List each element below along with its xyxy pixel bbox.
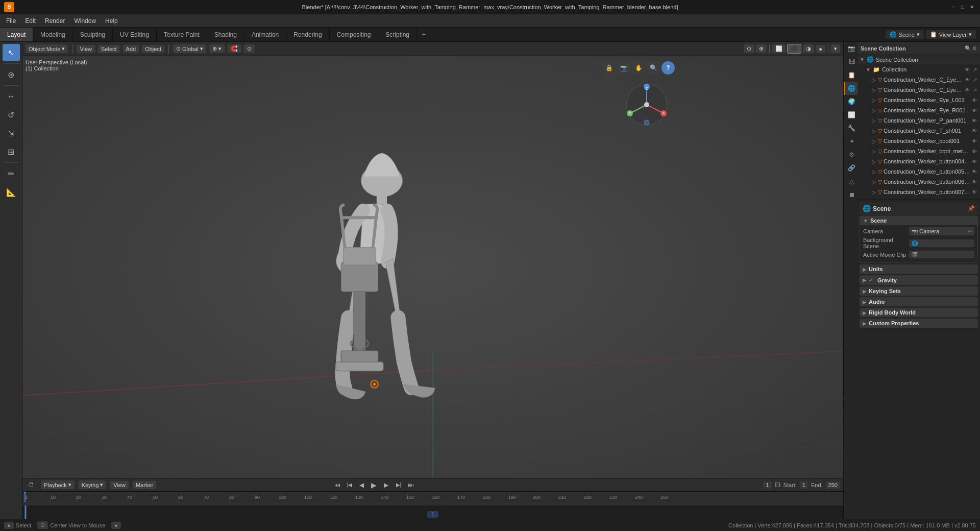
menu-help[interactable]: Help	[101, 16, 122, 26]
gravity-section[interactable]: ▶ ✓ Gravity	[860, 275, 978, 285]
tab-uv-editing[interactable]: UV Editing	[113, 28, 157, 41]
scale-tool[interactable]: ⇲	[3, 125, 20, 142]
prop-tab-output[interactable]: 🎞	[844, 55, 858, 68]
units-section[interactable]: ▶ Units	[860, 264, 978, 274]
marker-menu[interactable]: Marker	[133, 481, 156, 489]
viewport-extras[interactable]: ▾	[831, 44, 840, 53]
audio-section[interactable]: ▶ Audio	[860, 297, 978, 306]
collection-select[interactable]: ↗	[972, 66, 978, 73]
camera-value[interactable]: 📷 Camera ✏	[909, 227, 974, 235]
snapping-toggle[interactable]: 🧲	[228, 44, 241, 53]
prop-pin-btn[interactable]: 📌	[968, 205, 975, 212]
outliner-item-11[interactable]: ▷ ▽ Construction_Worker_button007_pivot …	[857, 187, 980, 197]
transform-orientations[interactable]: ⊙ Global ▾	[173, 44, 206, 53]
cursor-tool[interactable]: ⊕	[3, 66, 20, 83]
prop-tab-data[interactable]: △	[844, 175, 858, 188]
viewport-shading-wireframe[interactable]: ⬜	[772, 44, 786, 53]
prop-tab-render[interactable]: 📷	[844, 42, 858, 55]
viewport-hand-btn[interactable]: ✋	[632, 61, 645, 75]
prev-frame-button[interactable]: ◀	[356, 479, 368, 491]
camera-edit-icon[interactable]: ✏	[968, 229, 972, 234]
menu-window[interactable]: Window	[70, 16, 100, 26]
prop-tab-object[interactable]: ⬜	[844, 108, 858, 122]
close-button[interactable]: ✕	[968, 3, 976, 11]
keying-menu[interactable]: Keying ▾	[79, 480, 107, 489]
gravity-checkbox[interactable]: ✓	[869, 277, 873, 283]
visibility-7[interactable]: 👁	[971, 148, 978, 155]
rotate-tool[interactable]: ↺	[3, 106, 20, 124]
visibility-11[interactable]: 👁	[971, 189, 978, 196]
outliner-item-7[interactable]: ▷ ▽ Construction_Worker_boot_met001 👁	[857, 146, 980, 156]
measure-tool[interactable]: 📐	[3, 183, 20, 201]
add-menu[interactable]: Add	[123, 45, 139, 53]
timeline-content[interactable]: 1	[22, 505, 843, 519]
viewport-help-btn[interactable]: ?	[662, 61, 675, 75]
prop-tab-world[interactable]: 🌍	[844, 95, 858, 108]
next-keyframe-button[interactable]: ▶|	[393, 479, 404, 491]
menu-edit[interactable]: Edit	[21, 16, 40, 26]
visibility-5[interactable]: 👁	[971, 128, 978, 134]
viewport-shading-solid[interactable]: ⬛	[787, 44, 801, 54]
select-menu[interactable]: Select	[98, 45, 120, 53]
visibility-1[interactable]: 👁	[964, 87, 971, 93]
background-scene-value[interactable]: 🌐	[909, 239, 974, 247]
prop-tab-physics[interactable]: ⚙	[844, 148, 858, 161]
select-tool[interactable]: ↖	[3, 44, 20, 61]
view-layer-selector[interactable]: 📋 View Layer ▾	[926, 30, 976, 39]
outliner-item-3[interactable]: ▷ ▽ Construction_Worker_Eye_R001 👁	[857, 105, 980, 115]
current-frame-field[interactable]: 1	[763, 481, 771, 489]
keying-sets-section[interactable]: ▶ Keying Sets	[860, 286, 978, 296]
visibility-6[interactable]: 👁	[971, 138, 978, 144]
jump-start-button[interactable]: ⏮	[332, 479, 343, 491]
active-movie-clip-value[interactable]: 🎬	[909, 251, 974, 258]
outliner-item-10[interactable]: ▷ ▽ Construction_Worker_button006_pivot …	[857, 177, 980, 187]
outliner-item-2[interactable]: ▷ ▽ Construction_Worker_Eye_L001 👁	[857, 95, 980, 105]
outliner-item-1[interactable]: ▷ ▽ Construction_Worker_C_Eye_R001 👁 ↗	[857, 85, 980, 95]
prop-tab-constraints[interactable]: 🔗	[844, 161, 858, 175]
visibility-8[interactable]: 👁	[971, 158, 978, 165]
tab-scripting[interactable]: Scripting	[378, 28, 417, 41]
select-1[interactable]: ↗	[972, 87, 978, 93]
prop-tab-viewlayer[interactable]: 📋	[844, 68, 858, 82]
menu-render[interactable]: Render	[41, 16, 69, 26]
view-menu[interactable]: View	[77, 45, 95, 53]
annotate-tool[interactable]: ✏	[3, 165, 20, 182]
object-mode-selector[interactable]: Object Mode ▾	[26, 44, 68, 53]
add-workspace-button[interactable]: +	[417, 29, 431, 40]
visibility-3[interactable]: 👁	[971, 107, 978, 114]
outliner-item-5[interactable]: ▷ ▽ Construction_Worker_T_sh001 👁	[857, 126, 980, 136]
outliner-search-btn[interactable]: 🔍	[965, 45, 971, 51]
rigid-body-world-section[interactable]: ▶ Rigid Body World	[860, 308, 978, 317]
transform-tool[interactable]: ⊞	[3, 143, 20, 160]
transform-pivot[interactable]: ⊕ ▾	[209, 44, 225, 53]
visibility-0[interactable]: 👁	[964, 77, 971, 83]
tab-layout[interactable]: Layout	[0, 28, 33, 41]
viewport-shading-material[interactable]: ◑	[803, 44, 814, 53]
viewport-3d[interactable]: User Perspective (Local) (1) Collection …	[22, 56, 843, 478]
prop-tab-modifiers[interactable]: 🔧	[844, 122, 858, 135]
navigation-gizmo[interactable]: Z X Y	[624, 82, 670, 128]
tab-texture-paint[interactable]: Texture Paint	[157, 28, 207, 41]
menu-file[interactable]: File	[2, 16, 20, 26]
visibility-10[interactable]: 👁	[971, 179, 978, 185]
tab-modeling[interactable]: Modeling	[33, 28, 73, 41]
start-frame-field[interactable]: 1	[800, 481, 808, 489]
visibility-9[interactable]: 👁	[971, 168, 978, 175]
proportional-edit[interactable]: ⊙	[244, 44, 255, 53]
playback-menu[interactable]: Playback ▾	[41, 480, 75, 489]
prop-tab-material[interactable]: ◼	[844, 188, 858, 201]
collection-visibility[interactable]: 👁	[964, 66, 971, 73]
select-0[interactable]: ↗	[972, 77, 978, 83]
maximize-button[interactable]: □	[959, 3, 967, 11]
viewport-shading-rendered[interactable]: ●	[816, 45, 825, 53]
viewport-zoom-btn[interactable]: 🔍	[647, 61, 660, 75]
jump-end-button[interactable]: ⏭	[405, 479, 416, 491]
prop-tab-particles[interactable]: ✦	[844, 135, 858, 148]
view-menu-tl[interactable]: View	[110, 481, 129, 489]
minimize-button[interactable]: ─	[949, 3, 958, 11]
object-menu[interactable]: Object	[142, 45, 164, 53]
end-frame-field[interactable]: 250	[826, 481, 840, 489]
prev-keyframe-button[interactable]: |◀	[344, 479, 355, 491]
timeline-mode-icon[interactable]: ⏱	[26, 479, 37, 491]
visibility-4[interactable]: 👁	[971, 117, 978, 124]
